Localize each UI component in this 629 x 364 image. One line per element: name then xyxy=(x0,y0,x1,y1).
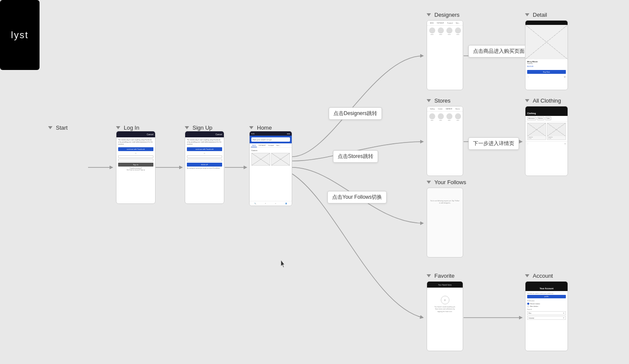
s-gallery: Gallery xyxy=(430,108,435,110)
store-name-4: Store xyxy=(454,120,461,121)
follows-section-label: Your Follows xyxy=(427,179,466,185)
collapse-icon-signup xyxy=(185,126,189,129)
login-body: The easiest way to save anything using F… xyxy=(116,137,155,173)
store-name-3: Store xyxy=(446,120,453,121)
tab-wos[interactable]: WOS xyxy=(251,144,257,147)
nav-profile[interactable]: 👤 xyxy=(285,203,287,204)
account-notification-title: Notification xyxy=(527,300,566,302)
home-bottom-nav: 🔍 ♥ ◎ 👤 xyxy=(250,201,292,206)
favorite-empty-text: You haven't saved anything yet.Save item… xyxy=(428,306,461,313)
signup-screen: Cancel The easiest way to save anything … xyxy=(185,131,224,204)
forgot-password-link: Forgotten password?Don't have an account… xyxy=(118,167,153,171)
product-image-1 xyxy=(251,153,270,166)
d-topshop: TOPSHOP xyxy=(437,22,444,24)
buy-button[interactable]: Buy Now xyxy=(527,70,566,74)
checkbox-women-icon[interactable] xyxy=(527,303,529,305)
stores-content: Store Store Store Store xyxy=(427,112,463,125)
signup-email-input[interactable] xyxy=(187,155,222,158)
filter-coats[interactable]: Coats xyxy=(545,117,551,120)
s-harbor: HARBOR xyxy=(446,108,452,110)
store-logo-1 xyxy=(429,113,435,119)
search-input[interactable]: Start your search on Lyst xyxy=(251,137,290,142)
signup-facebook-btn: continue with Facebook xyxy=(187,147,222,151)
stores-top-bar: Gallery Center HARBOR Stores xyxy=(427,106,463,112)
tab-forward[interactable]: Forward xyxy=(267,144,275,147)
favorite-content: ♥ You haven't saved anything yet.Save it… xyxy=(427,288,463,315)
nav-search[interactable]: 🔍 xyxy=(254,203,256,204)
filter-dropdown[interactable]: Filter ▼ xyxy=(527,311,566,315)
account-body: Edit links are used to confirm your emai… xyxy=(525,291,568,322)
follows-empty-text: You're not following anyone yet. Tap 'Fo… xyxy=(429,200,461,205)
login-screen: Cancel The easiest way to save anything … xyxy=(116,131,156,204)
d-wos: WOS xyxy=(430,22,434,24)
favorite-screen: Your Saved Items ♥ You haven't saved any… xyxy=(427,281,463,351)
language-dropdown[interactable]: Language ▼ xyxy=(527,316,566,320)
store-name-2: Store xyxy=(437,120,444,121)
signup-password-input[interactable] xyxy=(187,159,222,161)
or-divider: or xyxy=(118,152,153,154)
callout-designers: 点击Designers跳转 xyxy=(329,107,382,120)
home-nav-tabs: WOS TOPSHOP Forward Neo... xyxy=(250,143,292,148)
clothing-screen: Clothing Activewear Bottoms Coats NuuSty… xyxy=(525,106,568,176)
designers-label: Designers xyxy=(434,12,460,18)
designer-row-1: Name Name Name Name xyxy=(428,27,461,35)
detail-section-label: Detail xyxy=(525,12,547,18)
clothing-product-img-2 xyxy=(547,123,565,136)
account-label: Account xyxy=(533,273,553,279)
detail-image xyxy=(525,25,568,59)
detail-label: Detail xyxy=(533,12,547,18)
lyst-logo: lyst xyxy=(11,30,29,41)
collapse-icon-account xyxy=(525,274,529,277)
collapse-icon-follows xyxy=(427,181,431,184)
product-info: Merry Bloom SuperDry $125.00 xyxy=(525,59,568,69)
stores-label: Stores xyxy=(434,97,451,104)
clothing-heart-icon: ♥ xyxy=(564,143,566,145)
filter-activewear[interactable]: Activewear xyxy=(527,117,536,120)
signup-desc: The easiest way to save anything using F… xyxy=(187,139,222,146)
d-forward: Forward xyxy=(447,22,453,24)
password-input[interactable] xyxy=(118,159,153,161)
nav-saved[interactable]: ♥ xyxy=(265,203,266,204)
home-status-bar: 9:41 ●●● xyxy=(250,131,292,136)
callout-next-step-text: 下一步进入详情页 xyxy=(473,140,514,146)
s-stores: Stores xyxy=(455,108,460,110)
callout-next-step: 下一步进入详情页 xyxy=(468,137,519,150)
store-row-1: Store Store Store Store xyxy=(428,113,461,121)
account-profile-btn[interactable]: profile xyxy=(527,295,566,298)
sign-up-btn[interactable]: SIGN UP xyxy=(187,163,222,167)
sign-in-btn[interactable]: Sign In xyxy=(118,163,153,167)
language-label: Language xyxy=(528,317,534,319)
filter-arrow-icon: ▼ xyxy=(563,312,565,314)
clothing-product-details-1: NuuStyle $. unit xyxy=(528,136,546,140)
follows-label: Your Follows xyxy=(434,179,466,185)
clothing-product-img-1 xyxy=(528,123,546,136)
start-section-label: Start xyxy=(48,124,67,131)
store-name-1: Store xyxy=(428,120,436,121)
callout-detail-text: 点击商品进入购买页面 xyxy=(473,48,525,54)
collapse-icon-favorite xyxy=(427,274,431,277)
favorite-empty-icon: ♥ xyxy=(441,296,449,304)
tab-topshop[interactable]: TOPSHOP xyxy=(257,144,267,147)
email-input[interactable] xyxy=(118,155,153,158)
detail-top-bar xyxy=(525,21,568,25)
account-email-label: Edit links are used to confirm your emai… xyxy=(527,293,566,294)
account-section-label: Account xyxy=(525,273,553,279)
signup-label: Sign Up xyxy=(192,124,212,131)
checkbox-men-icon[interactable] xyxy=(527,305,529,307)
account-search-title: Search xyxy=(527,309,566,310)
cursor xyxy=(281,260,286,268)
filter-bottoms[interactable]: Bottoms xyxy=(537,117,544,120)
store-logo-4 xyxy=(455,113,461,119)
checkbox-women-label: Women's fashion xyxy=(530,303,540,305)
filter-label: Filter xyxy=(528,312,531,314)
checkbox-men: Men's fashion xyxy=(527,305,566,307)
language-arrow-icon: ▼ xyxy=(563,317,565,319)
designers-content: Name Name Name Name xyxy=(427,26,463,39)
login-desc: The easiest way to save anything using F… xyxy=(118,139,153,146)
detail-bottom-row: ↑ ♥ xyxy=(525,74,568,80)
tab-neo[interactable]: Neo... xyxy=(275,144,281,147)
clothing-product-1: NuuStyle $. unit xyxy=(527,123,546,140)
nav-discover[interactable]: ◎ xyxy=(275,203,276,204)
clothing-section-label: All Clothing xyxy=(525,97,561,104)
checkbox-men-label: Men's fashion xyxy=(530,306,538,307)
